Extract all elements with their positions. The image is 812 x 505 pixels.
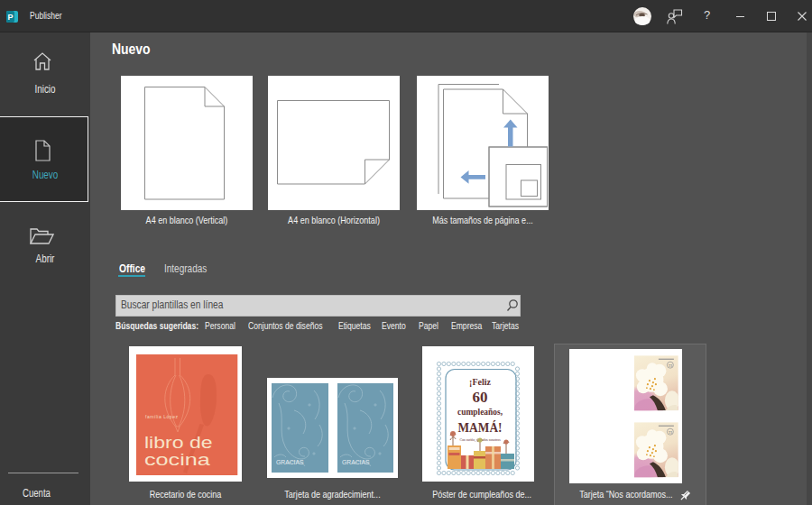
svg-text:P: P xyxy=(7,12,13,21)
svg-text:60: 60 xyxy=(473,389,488,406)
svg-text:MAMÁ!: MAMÁ! xyxy=(458,420,503,435)
svg-text:familia López: familia López xyxy=(145,414,179,419)
svg-text:¡Feliz: ¡Feliz xyxy=(469,377,491,387)
svg-text:GRACIAS: GRACIAS xyxy=(276,459,304,465)
svg-text:GRACIAS: GRACIAS xyxy=(342,459,370,465)
svg-text:cocina: cocina xyxy=(144,451,210,469)
svg-text:libro de: libro de xyxy=(144,434,213,452)
svg-text:cumpleaños,: cumpleaños, xyxy=(457,407,503,417)
